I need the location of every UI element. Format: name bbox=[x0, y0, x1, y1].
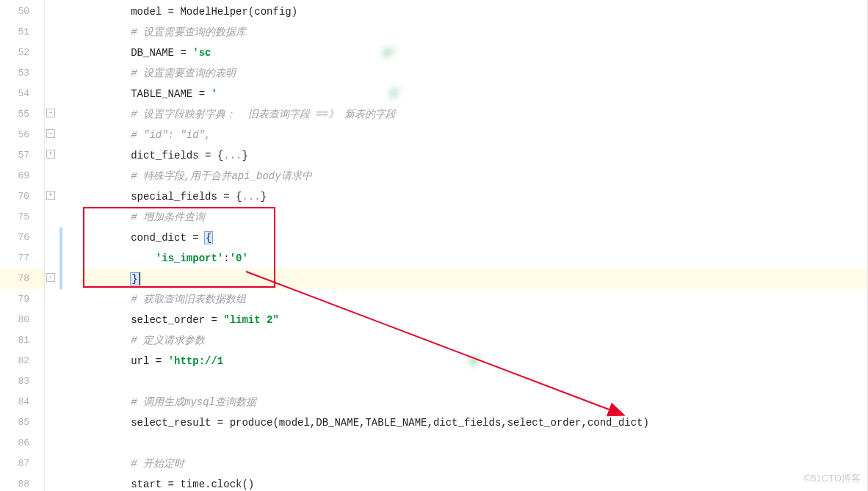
fold-gutter: − − + + − bbox=[45, 0, 58, 491]
code-line: dict_fields = {...} bbox=[82, 145, 867, 166]
code-line: # 调用生成mysql查询数据 bbox=[82, 392, 867, 412]
code-line: # 开始定时 bbox=[82, 454, 867, 474]
line-number: 51 bbox=[0, 22, 44, 43]
line-number: 76 bbox=[0, 228, 44, 248]
code-line: # 增加条件查询 bbox=[82, 207, 867, 228]
line-number: 56 bbox=[0, 125, 44, 145]
line-number: 80 bbox=[0, 310, 44, 330]
code-line: select_order = "limit 2" bbox=[82, 310, 867, 330]
change-gutter bbox=[58, 0, 65, 491]
code-line bbox=[82, 371, 867, 392]
fold-collapse-icon[interactable]: − bbox=[46, 109, 55, 117]
code-line: 'is_import':'0' bbox=[82, 248, 867, 269]
code-line: # 设置字段映射字典： 旧表查询字段 ==》 新表的字段 bbox=[82, 104, 867, 125]
code-line-active: } bbox=[82, 269, 867, 289]
fold-collapse-icon[interactable]: − bbox=[46, 129, 55, 138]
code-line: # "id": "id", bbox=[82, 125, 867, 145]
line-number: 54 bbox=[0, 84, 44, 104]
line-number: 57 bbox=[0, 145, 44, 166]
watermark-text: ©51CTO博客 bbox=[804, 472, 861, 485]
fold-collapse-icon[interactable]: − bbox=[46, 273, 55, 282]
code-line: # 设置需要查询的表明 bbox=[82, 63, 867, 84]
line-number: 55 bbox=[0, 104, 44, 125]
code-line: url = 'http://1 o' bbox=[82, 351, 867, 371]
code-area[interactable]: model = ModelHelper(config) # 设置需要查询的数据库… bbox=[65, 0, 867, 491]
line-number: 75 bbox=[0, 207, 44, 228]
code-editor: 50 51 52 53 54 55 56 57 69 70 75 76 77 7… bbox=[0, 0, 868, 491]
line-number: 84 bbox=[0, 392, 44, 412]
line-number-gutter: 50 51 52 53 54 55 56 57 69 70 75 76 77 7… bbox=[0, 0, 45, 491]
line-number: 85 bbox=[0, 412, 44, 433]
change-marker bbox=[59, 228, 62, 289]
line-number: 82 bbox=[0, 351, 44, 371]
code-line: # 定义请求参数 bbox=[82, 330, 867, 351]
code-line: model = ModelHelper(config) bbox=[82, 1, 867, 22]
fold-expand-icon[interactable]: + bbox=[46, 191, 55, 200]
line-number: 86 bbox=[0, 433, 44, 454]
code-line: special_fields = {...} bbox=[82, 186, 867, 207]
text-caret bbox=[140, 272, 140, 285]
line-number: 69 bbox=[0, 166, 44, 186]
line-number: 88 bbox=[0, 474, 44, 491]
line-number: 52 bbox=[0, 43, 44, 63]
code-line bbox=[82, 433, 867, 454]
fold-expand-icon[interactable]: + bbox=[46, 150, 55, 159]
line-number: 83 bbox=[0, 371, 44, 392]
code-line: cond_dict = { bbox=[82, 228, 867, 248]
code-line: # 特殊字段,用于合并api_body请求中 bbox=[82, 166, 867, 186]
line-number: 77 bbox=[0, 248, 44, 269]
code-line: TABLE_NAME = ' l' bbox=[82, 84, 867, 104]
line-number: 81 bbox=[0, 330, 44, 351]
line-number: 53 bbox=[0, 63, 44, 84]
code-line: DB_NAME = 'sc n' bbox=[82, 43, 867, 63]
line-number: 50 bbox=[0, 1, 44, 22]
code-line: # 获取查询旧表数据数组 bbox=[82, 289, 867, 310]
code-line: # 设置需要查询的数据库 bbox=[82, 22, 867, 43]
code-line: select_result = produce(model,DB_NAME,TA… bbox=[82, 412, 867, 433]
line-number: 78 bbox=[0, 269, 44, 289]
line-number: 70 bbox=[0, 186, 44, 207]
code-line: start = time.clock() bbox=[82, 474, 867, 491]
line-number: 87 bbox=[0, 454, 44, 474]
line-number: 79 bbox=[0, 289, 44, 310]
